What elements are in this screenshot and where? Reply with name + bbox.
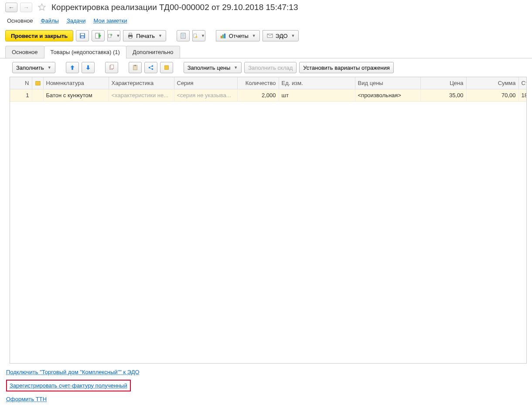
cell-qty[interactable]: 2,000 xyxy=(237,89,279,102)
nav-tab-main[interactable]: Основное xyxy=(7,17,33,24)
back-button[interactable]: ← xyxy=(5,3,17,12)
cell-char[interactable]: <характеристики не... xyxy=(109,89,174,102)
reports-button[interactable]: Отчеты ▼ xyxy=(216,30,260,41)
fill-prices-label: Заполнить цены xyxy=(188,65,230,71)
svg-rect-29 xyxy=(35,81,40,85)
edo-label: ЭДО xyxy=(276,33,288,39)
highlight-register-invoice: Зарегистрировать счет-фактуру полученный xyxy=(6,380,131,391)
connect-edo-link[interactable]: Подключить "Торговый дом "Комплексный"" … xyxy=(6,369,140,375)
svg-rect-7 xyxy=(129,33,132,35)
edo-button[interactable]: ЭДО ▼ xyxy=(263,30,299,41)
cell-sum[interactable]: 70,00 xyxy=(466,89,518,102)
save-button[interactable] xyxy=(76,30,89,41)
move-up-button[interactable] xyxy=(66,62,79,73)
col-rate[interactable]: Ста xyxy=(518,77,527,89)
items-grid[interactable]: N Номенклатура Характеристика Серия Коли… xyxy=(10,77,527,102)
svg-line-27 xyxy=(150,68,152,69)
fill-prices-button[interactable]: Заполнить цены ▼ xyxy=(184,62,242,73)
content-tabs: Основное Товары (недопоставка) (1) Допол… xyxy=(0,46,532,58)
print-label: Печать xyxy=(136,33,155,39)
favorite-star-icon[interactable] xyxy=(38,3,46,12)
cell-series[interactable]: <серия не указыва... xyxy=(174,89,237,102)
col-nomen[interactable]: Номенклатура xyxy=(43,77,109,89)
cell-rate[interactable]: 18% xyxy=(518,89,527,102)
svg-rect-20 xyxy=(110,65,113,69)
col-qty[interactable]: Количество xyxy=(237,77,279,89)
col-sum[interactable]: Сумма xyxy=(466,77,518,89)
chevron-down-icon: ▼ xyxy=(158,34,162,38)
col-unit[interactable]: Ед. изм. xyxy=(279,77,355,89)
footer-links: Подключить "Торговый дом "Комплексный"" … xyxy=(0,364,532,410)
document-list-button[interactable] xyxy=(177,30,190,41)
cell-nomen[interactable]: Батон с кунжутом xyxy=(43,89,109,102)
fill-label: Заполнить xyxy=(16,65,44,71)
document-nav-tabs: Основное Файлы Задачи Мои заметки xyxy=(0,15,532,28)
cell-n[interactable]: 1 xyxy=(10,89,32,102)
tab-extra[interactable]: Дополнительно xyxy=(126,46,180,58)
fill-button[interactable]: Заполнить ▼ xyxy=(12,62,55,73)
print-button[interactable]: Печать ▼ xyxy=(123,30,166,41)
post-and-close-button[interactable]: Провести и закрыть xyxy=(5,30,73,41)
col-n[interactable]: N xyxy=(10,77,32,89)
main-toolbar: Провести и закрыть ▼ Печать ▼ ▼ Отчеты ▼ xyxy=(0,28,532,45)
chevron-down-icon: ▼ xyxy=(48,65,51,70)
chevron-down-icon: ▼ xyxy=(116,34,120,38)
share-button[interactable] xyxy=(144,62,157,73)
create-based-on-button[interactable]: ▼ xyxy=(107,30,120,41)
grid-container[interactable]: N Номенклатура Характеристика Серия Коли… xyxy=(10,77,527,364)
svg-rect-16 xyxy=(222,34,224,38)
forward-button[interactable]: → xyxy=(20,3,32,12)
cell-price[interactable]: 35,00 xyxy=(420,89,466,102)
grid-toolbar: Заполнить ▼ Заполнить цены ▼ Заполнить с… xyxy=(0,58,532,77)
nav-tab-files[interactable]: Файлы xyxy=(41,17,59,24)
chevron-down-icon: ▼ xyxy=(234,65,238,70)
attached-files-button[interactable]: ▼ xyxy=(192,30,205,41)
copy-button[interactable] xyxy=(105,62,118,73)
svg-rect-1 xyxy=(81,34,84,35)
svg-rect-8 xyxy=(129,37,132,38)
svg-rect-17 xyxy=(224,34,225,38)
col-icon[interactable] xyxy=(32,77,43,89)
tab-main[interactable]: Основное xyxy=(5,46,44,58)
col-series[interactable]: Серия xyxy=(174,77,237,89)
svg-rect-2 xyxy=(81,36,84,38)
svg-rect-28 xyxy=(164,66,168,70)
svg-point-14 xyxy=(195,36,197,38)
cell-icon[interactable] xyxy=(32,89,43,102)
cell-price-type[interactable]: <произвольная> xyxy=(355,89,420,102)
col-char[interactable]: Характеристика xyxy=(109,77,174,89)
chevron-down-icon: ▼ xyxy=(291,34,295,38)
set-variants-button[interactable]: Установить варианты отражения xyxy=(299,62,393,73)
move-down-button[interactable] xyxy=(82,62,95,73)
svg-rect-22 xyxy=(134,65,136,66)
cell-unit[interactable]: шт xyxy=(279,89,355,102)
col-price-type[interactable]: Вид цены xyxy=(355,77,420,89)
page-title: Корректировка реализации ТД00-000002 от … xyxy=(51,3,298,12)
paste-button[interactable] xyxy=(129,62,142,73)
table-row[interactable]: 1 Батон с кунжутом <характеристики не...… xyxy=(10,89,527,102)
register-invoice-link[interactable]: Зарегистрировать счет-фактуру полученный xyxy=(10,382,127,389)
col-price[interactable]: Цена xyxy=(420,77,466,89)
tab-goods[interactable]: Товары (недопоставка) (1) xyxy=(44,46,126,58)
fill-warehouse-button: Заполнить склад xyxy=(244,62,297,73)
nav-tab-notes[interactable]: Мои заметки xyxy=(94,17,127,24)
svg-rect-15 xyxy=(221,36,222,38)
reports-label: Отчеты xyxy=(229,33,249,39)
chevron-down-icon: ▼ xyxy=(252,34,256,38)
chevron-down-icon: ▼ xyxy=(201,34,205,38)
export-button[interactable] xyxy=(160,62,173,73)
svg-line-26 xyxy=(150,66,152,68)
create-ttn-link[interactable]: Оформить ТТН xyxy=(6,396,47,402)
nav-tab-tasks[interactable]: Задачи xyxy=(67,17,86,24)
post-button[interactable] xyxy=(92,30,105,41)
